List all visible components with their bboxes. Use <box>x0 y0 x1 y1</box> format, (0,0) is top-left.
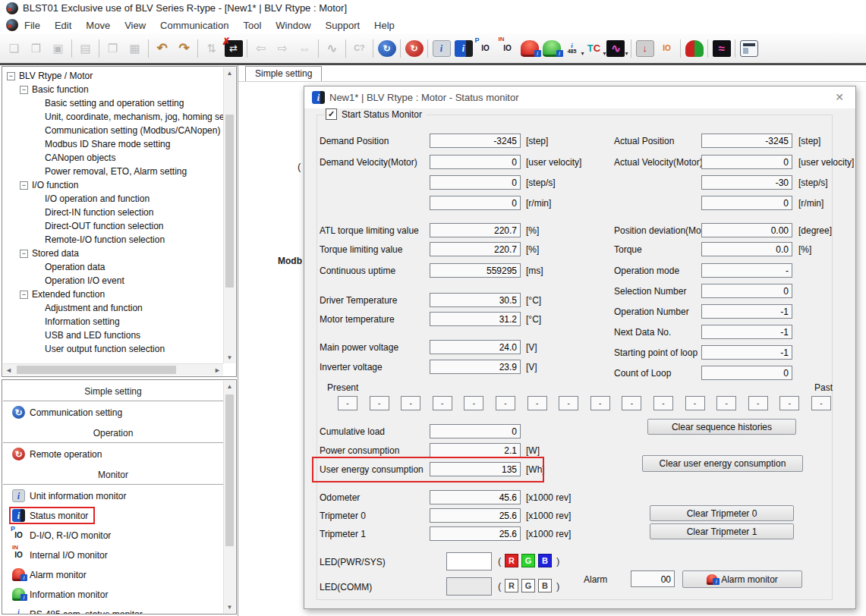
tree-horizontal-scrollbar[interactable]: ◄ ► <box>3 363 223 376</box>
clear-user-energy-consumption-button[interactable]: Clear user energy consumption <box>642 455 803 472</box>
exit-left-button[interactable]: ▾ <box>250 37 272 60</box>
nav-item-status-monitor[interactable]: Status monitor <box>9 507 95 524</box>
scrollbar-thumb[interactable] <box>225 115 234 288</box>
paste-button[interactable]: ▾ <box>124 37 146 60</box>
shortcut-vertical-scrollbar[interactable]: ▲ ▼ <box>223 381 235 613</box>
mechanism-setting-button[interactable]: ▾ <box>634 37 656 60</box>
waveform-monitor-button[interactable]: ▾ <box>606 37 628 60</box>
nav-item-information-monitor[interactable]: Information monitor <box>9 586 115 603</box>
nav-item-rs485-com-status-monitor[interactable]: RS-485 com. status monitor <box>9 605 150 614</box>
tree-item[interactable]: Direct-IN function selection <box>4 206 223 219</box>
scroll-right-icon[interactable]: ► <box>212 364 223 376</box>
menu-item[interactable]: Communication <box>160 20 228 31</box>
tree-item[interactable]: I/O function <box>4 178 223 192</box>
scrollbar-thumb[interactable] <box>17 366 176 374</box>
scroll-up-icon[interactable]: ▲ <box>224 381 235 392</box>
rs485-monitor-button[interactable]: ▾ <box>562 37 584 60</box>
tree-vertical-scrollbar[interactable]: ▲ ▼ <box>223 68 235 363</box>
dropdown-caret-icon[interactable]: ▾ <box>581 50 584 60</box>
exit-both-button[interactable]: ▾ <box>294 37 316 60</box>
clear-sequence-histories-button[interactable]: Clear sequence histories <box>647 419 796 435</box>
dropdown-caret-icon[interactable]: ▾ <box>625 50 628 60</box>
menu-item[interactable]: File <box>24 20 40 31</box>
tree-item[interactable]: CANopen objects <box>4 151 223 165</box>
tree-item[interactable]: Power removal, ETO, Alarm setting <box>4 165 223 178</box>
tab-simple-setting[interactable]: Simple setting <box>245 66 322 81</box>
tree-expander-icon[interactable] <box>20 86 28 94</box>
data-reading-button[interactable]: ▾ <box>200 37 222 60</box>
tree-expander-icon[interactable] <box>20 250 28 258</box>
menu-item[interactable]: Tool <box>243 20 261 31</box>
print-button[interactable]: ▾ <box>74 37 96 60</box>
tree-item[interactable]: Communication setting (Modbus/CANopen) <box>4 124 223 137</box>
nav-item-internal-io-monitor[interactable]: Internal I/O monitor <box>9 546 115 564</box>
connection-check-button[interactable]: ▾ <box>348 37 370 60</box>
unit-information-monitor-button[interactable]: ▾ <box>430 37 452 60</box>
menu-item[interactable]: Support <box>326 20 361 31</box>
tree-item[interactable]: Information setting <box>4 315 223 328</box>
tree-expander-icon[interactable] <box>20 291 28 299</box>
communication-setting-button[interactable]: ▾ <box>376 37 398 60</box>
waveform-view-button[interactable]: ▾ <box>710 37 732 60</box>
tree-item[interactable]: Extended function <box>4 288 223 301</box>
remote-operation-button[interactable]: ▾ <box>403 37 425 60</box>
waveform-measure-button[interactable]: ▾ <box>584 37 606 60</box>
scroll-down-icon[interactable]: ▼ <box>224 602 235 613</box>
menu-item[interactable]: Edit <box>55 20 71 31</box>
close-icon[interactable]: ✕ <box>835 91 844 103</box>
undo-button[interactable]: ▾ <box>151 37 173 60</box>
io-function-button[interactable]: ▾ <box>656 37 678 60</box>
tree-item[interactable]: I/O operation and function <box>4 192 223 206</box>
tree-item[interactable]: Direct-OUT function selection <box>4 219 223 233</box>
save-file-button[interactable]: ▾ <box>47 37 69 60</box>
alarm-monitor-button[interactable]: Alarm monitor <box>682 570 802 588</box>
dio-monitor-button[interactable]: ▾ <box>474 37 496 60</box>
menu-item[interactable]: View <box>124 20 146 31</box>
tree-item[interactable]: Adjustment and function <box>4 301 223 315</box>
information-monitor-button[interactable]: ▾ <box>540 37 562 60</box>
scroll-left-icon[interactable]: ◄ <box>3 364 14 376</box>
sequence-history-cell: - <box>590 396 610 410</box>
nav-item-communication-setting[interactable]: Communication setting <box>9 404 129 421</box>
stop-communication-button[interactable]: ▾ <box>222 37 244 60</box>
menu-item[interactable]: Window <box>276 20 310 31</box>
tree-item[interactable]: Operation I/O event <box>4 274 223 288</box>
nav-item-alarm-monitor[interactable]: Alarm monitor <box>9 566 93 583</box>
tree-item[interactable]: Unit, coordinate, mechanism, jog, homing… <box>4 110 223 124</box>
dropdown-caret-icon[interactable]: ▾ <box>603 50 606 60</box>
scroll-down-icon[interactable]: ▼ <box>224 352 235 363</box>
user-support-button[interactable]: ▾ <box>683 37 705 60</box>
nav-item-unit-information-monitor[interactable]: Unit information monitor <box>9 487 133 504</box>
open-file-button[interactable]: ▾ <box>25 37 47 60</box>
menu-item[interactable]: Help <box>374 20 395 31</box>
tree-item[interactable]: Operation data <box>4 260 223 274</box>
connection-plug-button[interactable]: ▾ <box>321 37 343 60</box>
tree-item[interactable]: Basic function <box>4 83 223 96</box>
window-layout-button[interactable]: ▾ <box>738 37 760 60</box>
tree-item[interactable]: USB and LED functions <box>4 328 223 342</box>
scrollbar-thumb[interactable] <box>225 394 234 546</box>
clear-tripmeter-0-button[interactable]: Clear Tripmeter 0 <box>650 505 794 521</box>
nav-item-remote-operation[interactable]: Remote operation <box>9 445 109 463</box>
tree-item[interactable]: BLV Rtype / Motor <box>4 69 223 83</box>
start-status-monitor-checkbox[interactable]: Start Status Monitor <box>324 108 427 120</box>
redo-button[interactable]: ▾ <box>173 37 195 60</box>
tree-item[interactable]: Modbus ID Share mode setting <box>4 137 223 151</box>
menu-item[interactable]: Move <box>86 20 110 31</box>
tree-item[interactable]: Basic setting and operation setting <box>4 96 223 110</box>
dialog-titlebar[interactable]: New1* | BLV Rtype : Motor - Status monit… <box>304 86 855 108</box>
status-monitor-button[interactable]: ▾ <box>452 37 474 60</box>
internal-io-monitor-button[interactable]: ▾ <box>496 37 518 60</box>
clear-tripmeter-1-button[interactable]: Clear Tripmeter 1 <box>650 523 794 539</box>
exit-right-button[interactable]: ▾ <box>272 37 294 60</box>
new-file-button[interactable]: ▾ <box>3 37 25 60</box>
tree-item[interactable]: User output function selection <box>4 342 223 356</box>
tree-expander-icon[interactable] <box>7 72 15 80</box>
tree-expander-icon[interactable] <box>20 181 28 190</box>
copy-button[interactable]: ▾ <box>102 37 124 60</box>
tree-item[interactable]: Stored data <box>4 247 223 260</box>
scroll-up-icon[interactable]: ▲ <box>224 68 235 79</box>
alarm-monitor-button[interactable]: ▾ <box>518 37 540 60</box>
tree-item[interactable]: Remote-I/O function selection <box>4 233 223 247</box>
nav-item-dio-rio-monitor[interactable]: D-I/O, R-I/O monitor <box>9 526 118 544</box>
